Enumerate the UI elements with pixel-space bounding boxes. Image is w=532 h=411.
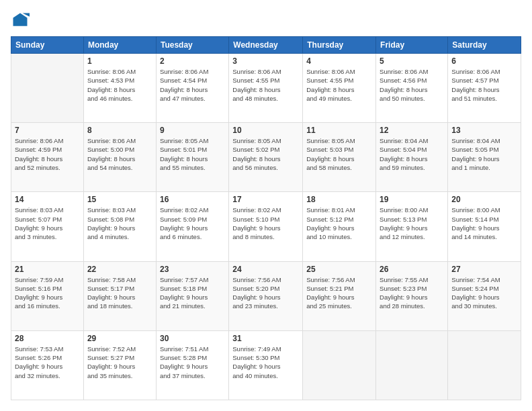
day-info: Sunrise: 7:58 AMSunset: 5:17 PMDaylight:… [87, 275, 152, 311]
calendar-week-row: 1Sunrise: 8:06 AMSunset: 4:53 PMDaylight… [11, 54, 521, 123]
day-number: 31 [232, 334, 299, 343]
calendar-header-cell: Sunday [11, 37, 84, 54]
calendar-cell: 2Sunrise: 8:06 AMSunset: 4:54 PMDaylight… [156, 54, 228, 123]
day-info: Sunrise: 8:04 AMSunset: 5:05 PMDaylight:… [451, 136, 517, 172]
day-info: Sunrise: 8:06 AMSunset: 5:00 PMDaylight:… [87, 136, 152, 172]
day-number: 14 [15, 195, 80, 204]
day-number: 24 [232, 265, 299, 274]
calendar-cell: 1Sunrise: 8:06 AMSunset: 4:53 PMDaylight… [83, 54, 156, 123]
svg-marker-0 [13, 13, 28, 26]
day-number: 23 [160, 265, 225, 274]
day-number: 13 [451, 126, 517, 135]
day-info: Sunrise: 8:03 AMSunset: 5:08 PMDaylight:… [87, 205, 152, 241]
day-info: Sunrise: 7:56 AMSunset: 5:20 PMDaylight:… [232, 275, 299, 311]
day-number: 1 [87, 56, 152, 66]
calendar-week-row: 7Sunrise: 8:06 AMSunset: 4:59 PMDaylight… [11, 123, 521, 192]
day-info: Sunrise: 8:00 AMSunset: 5:14 PMDaylight:… [451, 205, 517, 241]
day-number: 6 [451, 56, 517, 66]
day-number: 16 [160, 195, 225, 204]
calendar-header-cell: Thursday [303, 37, 376, 54]
calendar-cell: 21Sunrise: 7:59 AMSunset: 5:16 PMDayligh… [11, 261, 84, 330]
day-number: 2 [160, 56, 225, 66]
day-info: Sunrise: 7:56 AMSunset: 5:21 PMDaylight:… [306, 275, 372, 311]
calendar-week-row: 14Sunrise: 8:03 AMSunset: 5:07 PMDayligh… [11, 192, 521, 261]
calendar-header-cell: Tuesday [156, 37, 228, 54]
day-info: Sunrise: 8:06 AMSunset: 4:59 PMDaylight:… [15, 136, 80, 172]
calendar-table: SundayMondayTuesdayWednesdayThursdayFrid… [11, 36, 521, 400]
day-info: Sunrise: 8:03 AMSunset: 5:07 PMDaylight:… [15, 205, 80, 241]
calendar-cell: 22Sunrise: 7:58 AMSunset: 5:17 PMDayligh… [83, 261, 156, 330]
day-info: Sunrise: 7:52 AMSunset: 5:27 PMDaylight:… [87, 345, 152, 380]
day-number: 25 [306, 265, 372, 274]
day-info: Sunrise: 8:06 AMSunset: 4:57 PMDaylight:… [451, 67, 517, 103]
calendar-cell: 20Sunrise: 8:00 AMSunset: 5:14 PMDayligh… [448, 192, 521, 261]
day-number: 27 [451, 265, 517, 274]
day-info: Sunrise: 8:05 AMSunset: 5:01 PMDaylight:… [160, 136, 225, 172]
calendar-cell: 7Sunrise: 8:06 AMSunset: 4:59 PMDaylight… [11, 123, 84, 192]
calendar-week-row: 21Sunrise: 7:59 AMSunset: 5:16 PMDayligh… [11, 261, 521, 330]
day-number: 5 [380, 56, 444, 66]
day-info: Sunrise: 7:53 AMSunset: 5:26 PMDaylight:… [15, 345, 80, 380]
calendar-cell: 25Sunrise: 7:56 AMSunset: 5:21 PMDayligh… [303, 261, 376, 330]
day-number: 26 [380, 265, 444, 274]
calendar-cell: 8Sunrise: 8:06 AMSunset: 5:00 PMDaylight… [83, 123, 156, 192]
day-number: 4 [306, 56, 372, 66]
day-info: Sunrise: 8:02 AMSunset: 5:10 PMDaylight:… [232, 205, 299, 241]
day-number: 19 [380, 195, 444, 204]
day-number: 18 [306, 195, 372, 204]
calendar-cell: 31Sunrise: 7:49 AMSunset: 5:30 PMDayligh… [229, 330, 303, 400]
calendar-cell: 4Sunrise: 8:06 AMSunset: 4:55 PMDaylight… [303, 54, 376, 123]
calendar-cell: 11Sunrise: 8:05 AMSunset: 5:03 PMDayligh… [303, 123, 376, 192]
calendar-cell: 18Sunrise: 8:01 AMSunset: 5:12 PMDayligh… [303, 192, 376, 261]
calendar-cell: 3Sunrise: 8:06 AMSunset: 4:55 PMDaylight… [229, 54, 303, 123]
day-info: Sunrise: 7:59 AMSunset: 5:16 PMDaylight:… [15, 275, 80, 311]
calendar-cell [376, 330, 448, 400]
calendar-cell [11, 54, 84, 123]
calendar-cell: 10Sunrise: 8:05 AMSunset: 5:02 PMDayligh… [229, 123, 303, 192]
day-number: 28 [15, 334, 80, 343]
logo [11, 11, 32, 30]
calendar-header-cell: Saturday [448, 37, 521, 54]
calendar-header-row: SundayMondayTuesdayWednesdayThursdayFrid… [11, 37, 521, 54]
calendar-cell: 6Sunrise: 8:06 AMSunset: 4:57 PMDaylight… [448, 54, 521, 123]
day-info: Sunrise: 8:02 AMSunset: 5:09 PMDaylight:… [160, 205, 225, 241]
calendar-cell: 23Sunrise: 7:57 AMSunset: 5:18 PMDayligh… [156, 261, 228, 330]
calendar-cell: 16Sunrise: 8:02 AMSunset: 5:09 PMDayligh… [156, 192, 228, 261]
day-info: Sunrise: 8:04 AMSunset: 5:04 PMDaylight:… [380, 136, 444, 172]
day-number: 10 [232, 126, 299, 135]
calendar-body: 1Sunrise: 8:06 AMSunset: 4:53 PMDaylight… [11, 54, 521, 400]
day-info: Sunrise: 7:51 AMSunset: 5:28 PMDaylight:… [160, 345, 225, 380]
calendar-cell: 24Sunrise: 7:56 AMSunset: 5:20 PMDayligh… [229, 261, 303, 330]
calendar-cell: 17Sunrise: 8:02 AMSunset: 5:10 PMDayligh… [229, 192, 303, 261]
day-number: 15 [87, 195, 152, 204]
day-info: Sunrise: 7:55 AMSunset: 5:23 PMDaylight:… [380, 275, 444, 311]
calendar-cell: 14Sunrise: 8:03 AMSunset: 5:07 PMDayligh… [11, 192, 84, 261]
day-number: 3 [232, 56, 299, 66]
calendar-cell: 30Sunrise: 7:51 AMSunset: 5:28 PMDayligh… [156, 330, 228, 400]
day-number: 7 [15, 126, 80, 135]
calendar-cell: 26Sunrise: 7:55 AMSunset: 5:23 PMDayligh… [376, 261, 448, 330]
day-info: Sunrise: 8:06 AMSunset: 4:53 PMDaylight:… [87, 67, 152, 103]
day-number: 9 [160, 126, 225, 135]
calendar-cell: 19Sunrise: 8:00 AMSunset: 5:13 PMDayligh… [376, 192, 448, 261]
day-number: 21 [15, 265, 80, 274]
day-number: 20 [451, 195, 517, 204]
calendar-week-row: 28Sunrise: 7:53 AMSunset: 5:26 PMDayligh… [11, 330, 521, 400]
calendar-cell: 12Sunrise: 8:04 AMSunset: 5:04 PMDayligh… [376, 123, 448, 192]
header [11, 11, 521, 30]
day-number: 12 [380, 126, 444, 135]
day-number: 22 [87, 265, 152, 274]
day-number: 11 [306, 126, 372, 135]
day-info: Sunrise: 8:06 AMSunset: 4:54 PMDaylight:… [160, 67, 225, 103]
calendar-header-cell: Friday [376, 37, 448, 54]
calendar-header-cell: Wednesday [229, 37, 303, 54]
day-number: 29 [87, 334, 152, 343]
calendar-cell [303, 330, 376, 400]
calendar-cell: 28Sunrise: 7:53 AMSunset: 5:26 PMDayligh… [11, 330, 84, 400]
day-info: Sunrise: 7:54 AMSunset: 5:24 PMDaylight:… [451, 275, 517, 311]
page: SundayMondayTuesdayWednesdayThursdayFrid… [0, 0, 532, 411]
day-number: 8 [87, 126, 152, 135]
day-info: Sunrise: 8:00 AMSunset: 5:13 PMDaylight:… [380, 205, 444, 241]
calendar-cell [448, 330, 521, 400]
calendar-cell: 9Sunrise: 8:05 AMSunset: 5:01 PMDaylight… [156, 123, 228, 192]
